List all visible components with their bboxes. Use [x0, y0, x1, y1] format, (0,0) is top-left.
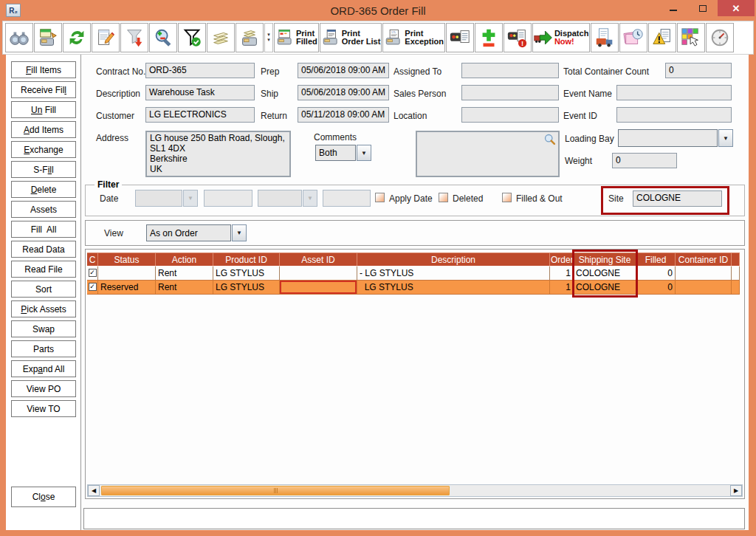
cell-action[interactable]: Rent: [156, 281, 213, 294]
close-button[interactable]: ✕: [718, 0, 755, 16]
cell-product-id[interactable]: LG STYLUS: [213, 281, 280, 294]
weight-field[interactable]: 0: [612, 153, 677, 168]
sidebar-button-expand-all[interactable]: Expand All: [11, 360, 76, 377]
table-row[interactable]: ✓RentLG STYLUS- LG STYLUS1COLOGNE0: [87, 267, 740, 281]
site-field[interactable]: COLOGNE: [633, 190, 722, 207]
cell-description[interactable]: LG STYLUS: [357, 281, 550, 294]
cell-container-id[interactable]: [676, 281, 732, 294]
column-header-container-id[interactable]: Container ID: [676, 252, 732, 267]
sidebar-button-parts[interactable]: Parts: [11, 340, 76, 357]
minimize-button[interactable]: [659, 0, 688, 16]
total-container-count-field[interactable]: 0: [665, 63, 732, 78]
column-header-asset-id[interactable]: Asset ID: [280, 252, 357, 267]
gauge-button[interactable]: [706, 23, 734, 52]
date-operator-combo[interactable]: ▼: [258, 190, 317, 207]
cell-filled[interactable]: 0: [636, 267, 676, 280]
edit-notes-button[interactable]: [92, 23, 120, 52]
chevron-down-icon[interactable]: ▼: [718, 129, 733, 147]
cell-spacer[interactable]: [732, 281, 740, 294]
sidebar-button-swap[interactable]: Swap: [11, 320, 76, 337]
sidebar-button-pick-assets[interactable]: Pick Assets: [11, 300, 76, 317]
column-header-status[interactable]: Status: [98, 252, 156, 267]
customer-field[interactable]: LG ELECTRONICS: [145, 107, 255, 123]
scan-alert-button[interactable]: !: [504, 23, 532, 52]
filter-apply-button[interactable]: [178, 23, 206, 52]
print-order-list-button[interactable]: PrintOrder List: [320, 23, 382, 52]
sidebar-button-read-file[interactable]: Read File: [11, 261, 76, 278]
address-field[interactable]: LG house 250 Bath Road, Slough, SL1 4DX …: [145, 131, 291, 177]
maximize-button[interactable]: [688, 0, 718, 16]
table-row[interactable]: ✓ReservedRentLG STYLUS LG STYLUS1COLOGNE…: [87, 281, 740, 295]
column-header-c[interactable]: C: [87, 252, 98, 267]
sidebar-button-read-data[interactable]: Read Data: [11, 241, 76, 258]
event-id-field[interactable]: [616, 107, 732, 123]
sidebar-button-s-fill[interactable]: S-Fill: [11, 161, 76, 178]
search-icon[interactable]: [543, 133, 556, 145]
notes-clock-button[interactable]: [619, 23, 647, 52]
sidebar-button-add-items[interactable]: Add Items: [11, 121, 76, 138]
sidebar-button-fill-all[interactable]: Fill All: [11, 221, 76, 238]
cell-product-id[interactable]: LG STYLUS: [213, 267, 280, 280]
comments-mode-value[interactable]: Both: [315, 145, 356, 161]
loading-bay-value[interactable]: [618, 129, 718, 147]
zoom-toggle-button[interactable]: [149, 23, 177, 52]
event-name-field[interactable]: [616, 85, 732, 100]
print-exception-button[interactable]: 17LPrintException: [382, 23, 445, 52]
chevron-down-icon[interactable]: ▼: [183, 190, 198, 207]
print-filled-button[interactable]: PrintFilled: [274, 23, 319, 52]
description-field[interactable]: Warehouse Task: [145, 85, 255, 100]
apply-date-checkbox[interactable]: [375, 193, 385, 202]
cell-ordered[interactable]: 1: [550, 281, 574, 294]
comments-mode-combo[interactable]: Both ▼: [315, 145, 371, 161]
column-header-shipping-site[interactable]: Shipping Site: [574, 252, 636, 267]
loading-bay-combo[interactable]: ▼: [618, 129, 733, 147]
find-button[interactable]: [5, 23, 33, 52]
sidebar-button-view-to[interactable]: View TO: [11, 400, 76, 417]
column-header-spacer[interactable]: [732, 252, 740, 267]
view-combo[interactable]: As on Order ▼: [146, 224, 247, 241]
return-date-field[interactable]: 05/11/2018 09:00 AM: [298, 107, 389, 123]
copies-button[interactable]: [207, 23, 235, 52]
sidebar-button-receive-fill[interactable]: Receive Fill: [11, 81, 76, 98]
filled-out-checkbox[interactable]: [502, 193, 512, 202]
contract-no-field[interactable]: ORD-365: [145, 63, 255, 78]
chevron-down-icon[interactable]: ▼: [303, 190, 317, 207]
cell-spacer[interactable]: [732, 267, 740, 280]
warning-report-button[interactable]: [648, 23, 676, 52]
view-value[interactable]: As on Order: [146, 224, 231, 241]
cell-asset-id[interactable]: [280, 281, 357, 294]
cell-container-id[interactable]: [676, 267, 732, 280]
sidebar-button-view-po[interactable]: View PO: [11, 380, 76, 397]
add-remove-button[interactable]: [475, 23, 503, 52]
sidebar-button-sort[interactable]: Sort: [11, 281, 76, 298]
sidebar-button-delete[interactable]: Delete: [11, 181, 76, 198]
truck-document-button[interactable]: [591, 23, 619, 52]
filter-download-button[interactable]: [120, 23, 148, 52]
ship-date-field[interactable]: 05/06/2018 09:00 AM: [298, 85, 389, 100]
color-grid-button[interactable]: [677, 23, 705, 52]
deleted-checkbox[interactable]: [439, 193, 448, 202]
scroll-left-arrow-icon[interactable]: ◀: [88, 485, 100, 496]
column-header-ordered[interactable]: Ordered: [550, 252, 574, 267]
cell-shipping-site[interactable]: COLOGNE: [574, 281, 636, 294]
prep-date-field[interactable]: 05/06/2018 09:00 AM: [298, 63, 389, 78]
column-header-product-id[interactable]: Product ID: [213, 252, 280, 267]
cell-asset-id[interactable]: [280, 267, 357, 280]
date-to-field[interactable]: [323, 190, 371, 207]
print-stack-button[interactable]: [236, 23, 264, 52]
chevron-down-icon[interactable]: ▼: [232, 224, 247, 241]
sidebar-button-exchange[interactable]: Exchange: [11, 141, 76, 158]
sidebar-button-fill-items[interactable]: Fill Items: [11, 61, 76, 78]
row-checkbox[interactable]: ✓: [89, 283, 97, 291]
scrollbar-thumb[interactable]: [101, 486, 450, 495]
assigned-to-field[interactable]: [461, 63, 559, 78]
cell-status[interactable]: Reserved: [98, 281, 156, 294]
date-from-field[interactable]: [204, 190, 252, 207]
cell-filled[interactable]: 0: [636, 281, 676, 294]
horizontal-scrollbar[interactable]: ◀ ▶: [87, 484, 743, 497]
comments-field[interactable]: [416, 131, 560, 177]
column-header-filled[interactable]: Filled: [636, 252, 676, 267]
scan-list-button[interactable]: [446, 23, 474, 52]
print-pick-button[interactable]: [34, 23, 62, 52]
date-field-combo[interactable]: ▼: [135, 190, 198, 207]
